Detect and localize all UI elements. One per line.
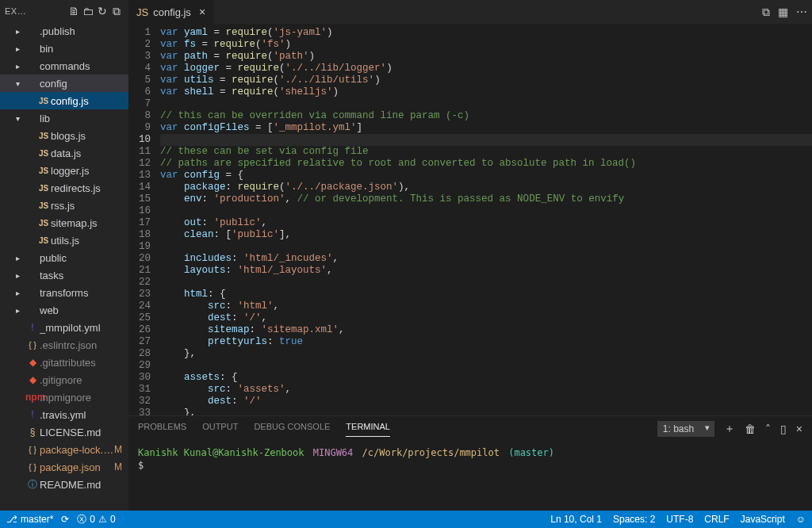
code-line[interactable]: // these can be set via config file	[160, 146, 812, 158]
status-sync[interactable]: ⟳	[61, 514, 69, 525]
code-line[interactable]	[160, 277, 812, 289]
code-line[interactable]: // this can be overriden via command lin…	[160, 110, 812, 122]
file-tree: ▸.publish▸bin▸commands▾configJSconfig.js…	[0, 22, 128, 493]
code-line[interactable]: includes: 'html/_incudes',	[160, 253, 812, 265]
code-line[interactable]: out: 'public',	[160, 217, 812, 229]
tree-item-label: package.json	[40, 461, 114, 473]
terminal-select-wrap[interactable]: 1: bash	[657, 421, 714, 437]
code-line[interactable]: layouts: 'html/_layouts',	[160, 265, 812, 277]
grid-icon[interactable]: ▦	[778, 6, 788, 18]
tree-item-label: utils.js	[51, 235, 128, 247]
status-eol[interactable]: CRLF	[704, 514, 729, 525]
folder-transforms[interactable]: ▸transforms	[0, 284, 128, 301]
code-line[interactable]: var config = {	[160, 170, 812, 182]
code-line[interactable]: package: require('./../package.json'),	[160, 182, 812, 193]
code-area[interactable]: 1234567891011121314151617181920212223242…	[128, 24, 812, 415]
code-line[interactable]	[160, 134, 812, 146]
file-data-js[interactable]: JSdata.js	[0, 144, 128, 162]
file--gitignore[interactable]: ◆.gitignore	[0, 371, 128, 388]
file-package-lock-json[interactable]: { }package-lock.jsonM	[0, 441, 128, 458]
code-line[interactable]	[160, 205, 812, 217]
file--mmpilot-yml[interactable]: !_mmpilot.yml	[0, 319, 128, 336]
json-icon: { }	[25, 446, 40, 454]
code-line[interactable]: // paths are specified relative to root …	[160, 158, 812, 170]
file-logger-js[interactable]: JSlogger.js	[0, 162, 128, 179]
split-terminal-icon[interactable]: ▯	[780, 423, 787, 435]
code-line[interactable]: var utils = require('./../lib/utils')	[160, 75, 812, 86]
file-config-js[interactable]: JSconfig.js	[0, 92, 128, 109]
folder-lib[interactable]: ▾lib	[0, 109, 128, 127]
code-line[interactable]: },	[160, 407, 812, 415]
code-line[interactable]: env: 'production', // or development. Th…	[160, 193, 812, 205]
tree-item-label: .npmignore	[40, 392, 128, 404]
folder-web[interactable]: ▸web	[0, 301, 128, 319]
file--gitattributes[interactable]: ◆.gitattributes	[0, 354, 128, 371]
new-folder-icon[interactable]: 🗀	[81, 5, 95, 17]
code-line[interactable]: dest: '/'	[160, 396, 812, 407]
panel-tab-debug[interactable]: DEBUG CONSOLE	[254, 422, 330, 436]
more-actions-icon[interactable]: ⋯	[796, 6, 807, 18]
close-panel-icon[interactable]: ×	[796, 423, 802, 435]
code-line[interactable]: sitemap: 'sitemap.xml',	[160, 324, 812, 336]
kill-terminal-icon[interactable]: 🗑	[745, 423, 756, 435]
file-package-json[interactable]: { }package.jsonM	[0, 458, 128, 476]
code-line[interactable]	[160, 98, 812, 110]
panel-tab-terminal[interactable]: TERMINAL	[346, 422, 390, 437]
file-readme-md[interactable]: ⓘREADME.md	[0, 476, 128, 493]
code-line[interactable]: assets: {	[160, 372, 812, 384]
code-line[interactable]	[160, 360, 812, 372]
file--travis-yml[interactable]: !.travis.yml	[0, 406, 128, 423]
status-cursor[interactable]: Ln 10, Col 1	[550, 514, 602, 525]
code-line[interactable]: var path = require('path')	[160, 51, 812, 63]
collapse-all-icon[interactable]: ⧉	[109, 5, 124, 18]
code-line[interactable]: var logger = require('./../lib/logger')	[160, 63, 812, 75]
folder-config[interactable]: ▾config	[0, 75, 128, 92]
terminal-body[interactable]: Kanishk Kunal@Kanishk-Zenbook MINGW64 /c…	[128, 442, 812, 511]
split-editor-icon[interactable]: ⧉	[762, 6, 770, 19]
new-file-icon[interactable]: 🗎	[67, 5, 81, 17]
code-line[interactable]: },	[160, 348, 812, 360]
line-number: 11	[128, 146, 151, 158]
file-blogs-js[interactable]: JSblogs.js	[0, 127, 128, 144]
code-line[interactable]: html: {	[160, 289, 812, 300]
status-branch[interactable]: ⎇ master*	[6, 514, 53, 525]
code-line[interactable]: clean: ['public'],	[160, 229, 812, 241]
panel-tab-problems[interactable]: PROBLEMS	[138, 422, 186, 436]
close-tab-icon[interactable]: ×	[199, 6, 205, 18]
file-utils-js[interactable]: JSutils.js	[0, 231, 128, 249]
code-line[interactable]: src: 'assets',	[160, 384, 812, 396]
folder-bin[interactable]: ▸bin	[0, 40, 128, 57]
status-problems[interactable]: ⓧ 0 ⚠ 0	[77, 513, 115, 526]
folder--publish[interactable]: ▸.publish	[0, 22, 128, 40]
json-icon: { }	[25, 341, 40, 350]
code-line[interactable]: var yaml = require('js-yaml')	[160, 27, 812, 39]
file-sitemap-js[interactable]: JSsitemap.js	[0, 214, 128, 231]
file--npmignore[interactable]: npm.npmignore	[0, 388, 128, 406]
twisty-icon: ▾	[16, 79, 25, 88]
code-content[interactable]: var yaml = require('js-yaml')var fs = re…	[160, 24, 812, 415]
file-license-md[interactable]: §LICENSE.md	[0, 423, 128, 441]
folder-commands[interactable]: ▸commands	[0, 57, 128, 75]
status-language[interactable]: JavaScript	[741, 514, 785, 525]
code-line[interactable]: prettyurls: true	[160, 336, 812, 348]
status-feedback-icon[interactable]: ☺	[796, 514, 806, 525]
code-line[interactable]: var fs = require('fs')	[160, 39, 812, 51]
code-line[interactable]: dest: '/',	[160, 312, 812, 324]
refresh-icon[interactable]: ↻	[95, 5, 109, 17]
tab-config-js[interactable]: JS config.js ×	[128, 0, 214, 24]
panel-tab-output[interactable]: OUTPUT	[202, 422, 238, 436]
file-rss-js[interactable]: JSrss.js	[0, 197, 128, 214]
new-terminal-icon[interactable]: ＋	[724, 422, 735, 436]
terminal-up-icon[interactable]: ˄	[765, 423, 771, 435]
folder-tasks[interactable]: ▸tasks	[0, 266, 128, 284]
code-line[interactable]: src: 'html',	[160, 300, 812, 312]
file--eslintrc-json[interactable]: { }.eslintrc.json	[0, 336, 128, 354]
status-indent[interactable]: Spaces: 2	[613, 514, 655, 525]
folder-public[interactable]: ▸public	[0, 249, 128, 266]
file-redirects-js[interactable]: JSredirects.js	[0, 179, 128, 197]
code-line[interactable]: var configFiles = ['_mmpilot.yml']	[160, 122, 812, 134]
code-line[interactable]	[160, 241, 812, 253]
terminal-select[interactable]: 1: bash	[657, 421, 714, 437]
code-line[interactable]: var shell = require('shelljs')	[160, 86, 812, 98]
status-encoding[interactable]: UTF-8	[666, 514, 693, 525]
